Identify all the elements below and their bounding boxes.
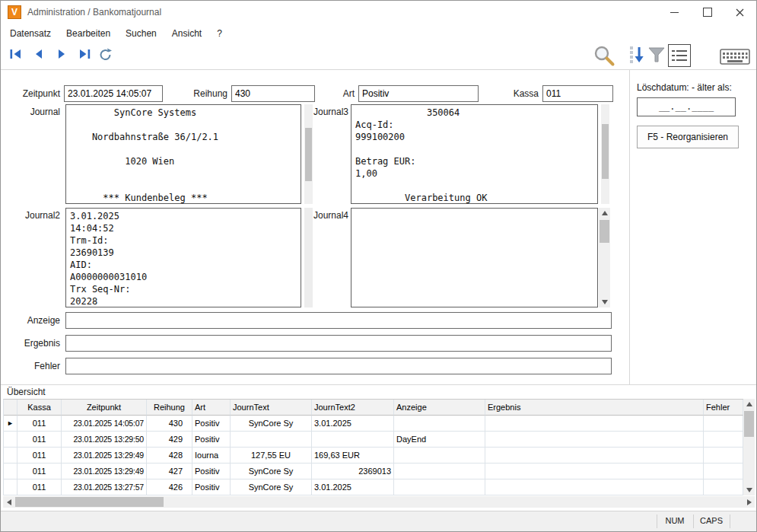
search-button[interactable]: [592, 44, 616, 67]
journal-scrollbar-thumb[interactable]: [305, 128, 312, 181]
table-row[interactable]: ► 011 23.01.2025 14:05:07 430 Positiv Sy…: [4, 416, 743, 432]
fehler-label: Fehler: [1, 358, 60, 374]
kassa-field[interactable]: 011: [542, 85, 613, 102]
cell-ergebnis: [485, 432, 704, 448]
cell-anzeige: [394, 416, 485, 432]
minimize-button[interactable]: [658, 1, 691, 24]
header-kassa[interactable]: Kassa: [17, 400, 62, 416]
header-art[interactable]: Art: [192, 400, 231, 416]
grid-vertical-scrollbar[interactable]: [743, 399, 755, 495]
grid-view-button[interactable]: [668, 44, 691, 67]
cell-journtext2: 2369013: [312, 464, 394, 479]
journal4-scrollbar-thumb[interactable]: [600, 220, 609, 243]
cell-kassa: 011: [17, 448, 62, 464]
table-row[interactable]: 011 23.01.2025 13:29:49 428 Iourna 127,5…: [4, 448, 743, 464]
cell-art: Positiv: [192, 416, 231, 432]
journal3-scrollbar-thumb[interactable]: [602, 124, 609, 179]
loeschdatum-date-input[interactable]: __.__.____: [637, 97, 736, 116]
art-field[interactable]: Positiv: [358, 85, 479, 102]
cell-zeitpunkt: 23.01.2025 13:27:57: [62, 479, 147, 495]
cell-zeitpunkt: 23.01.2025 13:29:49: [62, 464, 147, 479]
cell-zeitpunkt: 23.01.2025 14:05:07: [62, 416, 147, 432]
window-title: Administration / Bankomatjournal: [27, 7, 161, 18]
cell-fehler: [704, 432, 743, 448]
keyboard-button[interactable]: [719, 46, 751, 66]
header-anzeige[interactable]: Anzeige: [394, 400, 485, 416]
ergebnis-field[interactable]: [65, 335, 612, 352]
journal4-scroll-down-button[interactable]: [599, 297, 610, 307]
maximize-icon: [703, 8, 712, 17]
cell-zeitpunkt: 23.01.2025 13:29:50: [62, 432, 147, 448]
grid-horizontal-scrollbar[interactable]: [3, 496, 755, 508]
header-journtext[interactable]: JournText: [231, 400, 312, 416]
anzeige-field[interactable]: [65, 312, 612, 329]
close-button[interactable]: [724, 1, 756, 24]
reihung-field[interactable]: 430: [231, 85, 315, 102]
scroll-left-icon: [7, 499, 11, 505]
scroll-up-icon: [602, 211, 608, 215]
overview-grid: Kassa Zeitpunkt Reihung Art JournText Jo…: [3, 399, 743, 495]
row-marker: [4, 479, 17, 495]
reorganize-button[interactable]: F5 - Reorganisieren: [637, 126, 739, 148]
cell-anzeige: [394, 448, 485, 464]
refresh-button[interactable]: [97, 46, 115, 62]
status-num: NUM: [657, 516, 693, 525]
journal3-label: Journal3: [309, 104, 348, 120]
fehler-field[interactable]: [65, 358, 612, 374]
journal-label: Journal: [1, 104, 60, 120]
journal-textarea[interactable]: SynCore Systems Nordbahnstraße 36/1/2.1 …: [65, 104, 301, 204]
cell-journtext: SynCore Sy: [231, 416, 312, 432]
grid-scroll-up-button[interactable]: [743, 399, 755, 409]
journal2-textarea[interactable]: 3.01.2025 14:04:52 Trm-Id: 23690139 AID:…: [65, 208, 301, 307]
cell-fehler: [704, 448, 743, 464]
goto-record-button[interactable]: [628, 46, 646, 65]
journal3-textarea[interactable]: 350064 Acq-Id: 999100200 Betrag EUR: 1,0…: [351, 104, 598, 204]
journal4-scroll-up-button[interactable]: [599, 208, 610, 218]
grid-scroll-down-button[interactable]: [743, 485, 755, 495]
row-marker: [4, 448, 17, 464]
zeitpunkt-field[interactable]: 23.01.2025 14:05:07: [64, 85, 163, 102]
next-record-button[interactable]: [52, 46, 71, 62]
filter-button[interactable]: [647, 46, 666, 63]
header-zeitpunkt[interactable]: Zeitpunkt: [62, 400, 147, 416]
header-ergebnis[interactable]: Ergebnis: [485, 400, 704, 416]
grid-vscroll-thumb[interactable]: [744, 411, 754, 437]
first-record-button[interactable]: [7, 46, 25, 62]
status-caps: CAPS: [693, 516, 730, 525]
menu-bearbeiten[interactable]: Bearbeiten: [59, 26, 118, 41]
header-reihung[interactable]: Reihung: [147, 400, 192, 416]
journal4-textarea[interactable]: [351, 208, 598, 307]
cell-journtext: [231, 432, 312, 448]
next-record-icon: [56, 49, 67, 59]
grid-scroll-right-button[interactable]: [743, 496, 755, 508]
cell-art: Iourna: [192, 448, 231, 464]
menu-datensatz[interactable]: Datensatz: [2, 26, 59, 41]
header-marker: [4, 400, 17, 416]
journal3-scrollbar[interactable]: [601, 104, 609, 204]
maximize-button[interactable]: [691, 1, 724, 24]
menu-ansicht[interactable]: Ansicht: [164, 26, 209, 41]
cell-journtext2: 169,63 EUR: [312, 448, 394, 464]
menu-suchen[interactable]: Suchen: [118, 26, 164, 41]
grid-hscroll-thumb[interactable]: [15, 497, 164, 507]
journal4-scrollbar[interactable]: [599, 208, 610, 307]
scroll-down-icon: [602, 300, 608, 304]
cell-ergebnis: [485, 448, 704, 464]
previous-record-button[interactable]: [30, 46, 48, 62]
first-record-icon: [10, 49, 22, 59]
journal4-label: Journal4: [309, 207, 348, 224]
grid-scroll-left-button[interactable]: [3, 496, 14, 508]
header-fehler[interactable]: Fehler: [704, 400, 743, 416]
previous-record-icon: [33, 49, 44, 59]
cell-ergebnis: [485, 479, 704, 495]
ergebnis-label: Ergebnis: [1, 335, 60, 352]
header-journtext2[interactable]: JournText2: [312, 400, 394, 416]
titlebar: V Administration / Bankomatjournal: [1, 1, 756, 24]
menu-help[interactable]: ?: [209, 26, 230, 41]
overview-separator: [1, 384, 757, 385]
table-row[interactable]: 011 23.01.2025 13:29:50 429 Positiv DayE…: [4, 432, 743, 448]
table-row[interactable]: 011 23.01.2025 13:29:49 427 Positiv SynC…: [4, 464, 743, 479]
last-record-button[interactable]: [75, 46, 94, 62]
last-record-icon: [78, 49, 91, 59]
table-row[interactable]: 011 23.01.2025 13:27:57 426 Positiv SynC…: [4, 479, 743, 495]
